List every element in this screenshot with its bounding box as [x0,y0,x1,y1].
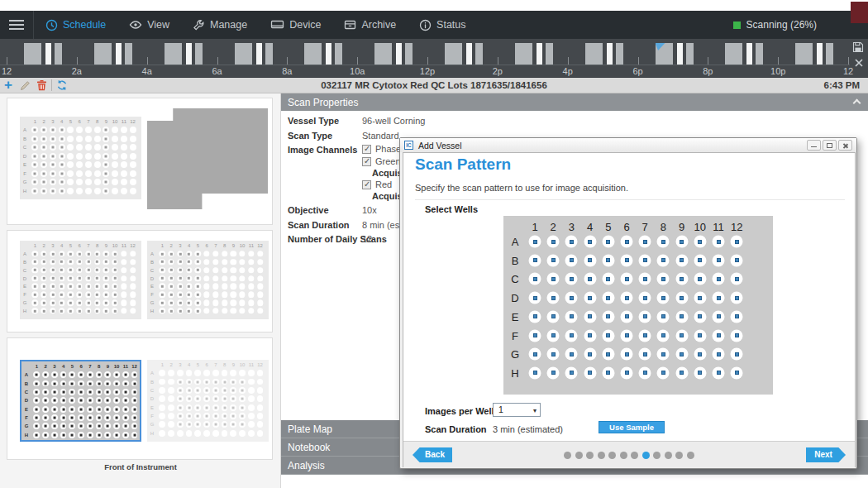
well-A2[interactable] [547,236,560,248]
plate-thumbnail[interactable]: 123456789101112ABCDEFGH [147,241,269,319]
well-C12[interactable] [731,273,743,285]
well-E5[interactable] [602,310,614,323]
well-C6[interactable] [621,273,633,285]
well-A5[interactable] [602,236,614,248]
well-A3[interactable] [565,236,578,248]
well-A12[interactable] [731,236,743,248]
well-C11[interactable] [713,273,725,285]
well-C9[interactable] [675,273,688,285]
well-A4[interactable] [584,236,596,248]
images-per-well-select[interactable]: 1 ▾ [493,403,541,417]
schedule-timeline[interactable]: 122a4a6a8a10a12p2p4p6p8p10p12 [0,39,868,77]
well-D1[interactable] [529,292,541,304]
well-B11[interactable] [713,254,725,266]
well-F6[interactable] [621,329,633,342]
well-D7[interactable] [639,292,651,304]
nav-item-status[interactable]: Status [419,19,465,31]
well-E8[interactable] [657,310,670,323]
well-F5[interactable] [602,329,614,342]
well-E9[interactable] [675,310,688,323]
dialog-close-button[interactable] [838,140,852,151]
well-E7[interactable] [639,310,651,323]
well-D8[interactable] [657,292,670,304]
vessel-card[interactable]: 123456789101112ABCDEFGH123456789101112AB… [7,337,273,460]
well-G10[interactable] [694,348,706,361]
well-H9[interactable] [675,366,688,379]
nav-item-device[interactable]: Device [270,19,321,31]
save-icon[interactable] [852,41,864,55]
well-F12[interactable] [731,329,743,342]
well-B10[interactable] [694,254,706,266]
well-E11[interactable] [713,310,725,323]
well-E2[interactable] [547,310,560,323]
red-checkbox[interactable] [362,180,371,189]
well-D12[interactable] [731,292,743,304]
well-F3[interactable] [565,329,578,342]
well-D6[interactable] [621,292,633,304]
well-E6[interactable] [621,310,633,323]
plate-thumbnail-selected[interactable]: 123456789101112ABCDEFGH [20,360,141,442]
edit-pencil-icon[interactable] [17,78,33,93]
well-C2[interactable] [547,273,560,285]
well-C5[interactable] [602,273,614,285]
well-G5[interactable] [602,348,614,361]
well-A10[interactable] [694,236,706,248]
well-H7[interactable] [639,366,651,379]
green-checkbox[interactable] [362,157,371,166]
minimize-button[interactable] [807,140,821,151]
well-D3[interactable] [565,292,578,304]
well-B7[interactable] [639,254,651,266]
well-C3[interactable] [565,273,578,285]
well-E12[interactable] [731,310,743,323]
well-B3[interactable] [565,254,578,266]
well-H12[interactable] [731,366,743,379]
well-B4[interactable] [584,254,596,266]
well-D2[interactable] [547,292,560,304]
well-G11[interactable] [713,348,725,361]
well-H5[interactable] [602,366,614,379]
well-F1[interactable] [529,329,541,342]
plate-thumbnail[interactable]: 123456789101112ABCDEFGH [20,117,141,199]
well-G12[interactable] [731,348,743,361]
well-F11[interactable] [713,329,725,342]
well-G4[interactable] [584,348,596,361]
nav-item-schedule[interactable]: Schedule [45,19,106,31]
well-D11[interactable] [713,292,725,304]
collapse-chevron-icon[interactable] [853,99,861,108]
plate-thumbnail[interactable]: 123456789101112ABCDEFGH [20,241,141,319]
well-H4[interactable] [584,366,596,379]
well-C4[interactable] [584,273,596,285]
well-A7[interactable] [639,236,651,248]
menu-icon[interactable] [0,20,33,30]
well-H8[interactable] [657,366,670,379]
well-A8[interactable] [657,236,670,248]
well-B1[interactable] [529,254,541,266]
well-C7[interactable] [639,273,651,285]
maximize-button[interactable] [823,140,837,151]
sync-refresh-icon[interactable] [54,78,70,93]
well-E3[interactable] [565,310,578,323]
nav-item-manage[interactable]: Manage [193,19,247,31]
well-B2[interactable] [547,254,560,266]
well-B6[interactable] [621,254,633,266]
well-D5[interactable] [602,292,614,304]
well-F8[interactable] [657,329,670,342]
well-A6[interactable] [621,236,633,248]
well-D9[interactable] [675,292,688,304]
next-button[interactable]: Next [806,447,846,462]
delete-trash-icon[interactable] [33,78,50,93]
well-E4[interactable] [584,310,596,323]
well-G6[interactable] [621,348,633,361]
vessel-card[interactable]: 123456789101112ABCDEFGH [7,98,273,225]
well-B9[interactable] [675,254,688,266]
well-G1[interactable] [529,348,541,361]
well-G2[interactable] [547,348,560,361]
well-F7[interactable] [639,329,651,342]
phase-checkbox[interactable] [362,145,371,154]
close-icon[interactable] [854,58,864,70]
nav-item-view[interactable]: View [129,19,169,31]
well-F4[interactable] [584,329,596,342]
well-F10[interactable] [694,329,706,342]
well-F9[interactable] [675,329,688,342]
well-H6[interactable] [621,366,633,379]
